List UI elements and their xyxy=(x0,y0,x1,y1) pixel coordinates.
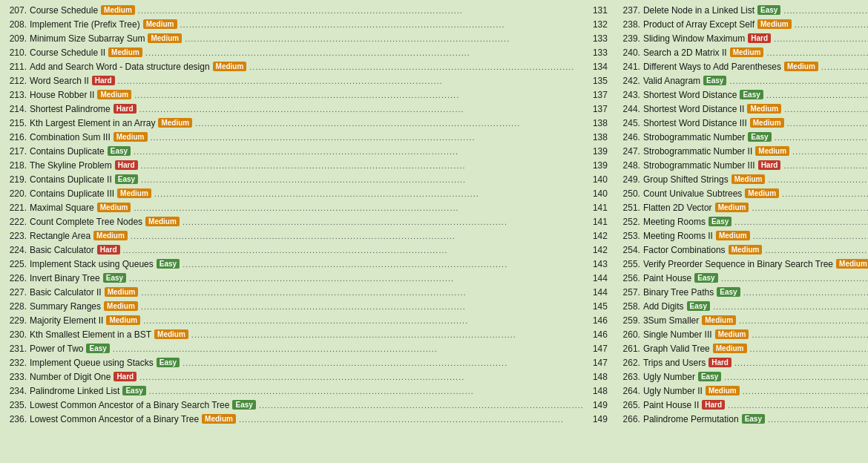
item-number: 238. xyxy=(619,19,643,30)
item-title: Paint House II xyxy=(643,400,699,410)
dot-leader: ........................................… xyxy=(134,203,583,212)
difficulty-badge: Medium xyxy=(106,315,140,325)
list-item: 257.Binary Tree PathsEasy...............… xyxy=(619,285,868,299)
item-number: 230. xyxy=(6,329,30,340)
list-item: 230.Kth Smallest Element in a BSTMedium.… xyxy=(6,327,608,341)
item-number: 216. xyxy=(6,132,30,142)
list-item: 262.Trips and UsersHard.................… xyxy=(619,355,868,370)
difficulty-badge: Easy xyxy=(157,358,180,367)
difficulty-badge: Medium xyxy=(114,132,148,142)
list-item: 241.Different Ways to Add ParenthesesMed… xyxy=(619,59,868,73)
item-number: 219. xyxy=(6,174,30,185)
dot-leader: ........................................… xyxy=(787,119,868,128)
difficulty-badge: Hard xyxy=(758,160,781,170)
item-number: 265. xyxy=(619,400,643,410)
list-item: 222.Count Complete Tree NodesMedium.....… xyxy=(6,214,608,229)
item-title: Count Univalue Subtrees xyxy=(643,188,742,199)
page-number: 139 xyxy=(587,160,608,171)
item-title: Lowest Common Ancestor of a Binary Searc… xyxy=(30,400,229,410)
item-title: Graph Valid Tree xyxy=(643,344,710,354)
main-container: 207.Course ScheduleMedium...............… xyxy=(0,0,868,429)
dot-leader: ........................................… xyxy=(739,316,868,325)
list-item: 213.House Robber IIMedium...............… xyxy=(6,88,608,102)
dot-leader: ........................................… xyxy=(134,91,584,99)
list-item: 225.Implement Stack using QueuesEasy....… xyxy=(6,257,608,271)
list-item: 220.Contains Duplicate IIIMedium........… xyxy=(6,186,608,200)
list-item: 250.Count Univalue SubtreesMedium.......… xyxy=(619,186,868,200)
page-number: 133 xyxy=(587,33,608,44)
list-item: 231.Power of TwoEasy....................… xyxy=(6,341,608,355)
difficulty-badge: Easy xyxy=(703,76,726,85)
item-title: House Robber II xyxy=(30,90,94,100)
dot-leader: ........................................… xyxy=(118,76,584,85)
item-title: Count Complete Tree Nodes xyxy=(30,217,142,227)
difficulty-badge: Medium xyxy=(104,301,138,311)
difficulty-badge: Medium xyxy=(93,231,128,240)
item-number: 239. xyxy=(619,33,643,44)
item-title: Flatten 2D Vector xyxy=(643,203,712,213)
dot-leader: ........................................… xyxy=(183,217,584,226)
item-number: 242. xyxy=(619,76,643,86)
difficulty-badge: Easy xyxy=(694,273,717,283)
dot-leader: ........................................… xyxy=(183,260,584,269)
list-item: 239.Sliding Window MaximumHard..........… xyxy=(619,31,868,45)
list-item: 255.Verify Preorder Sequence in Binary S… xyxy=(619,257,868,271)
page-number: 137 xyxy=(587,104,608,114)
difficulty-badge: Hard xyxy=(97,245,120,255)
page-number: 141 xyxy=(587,203,608,213)
dot-leader: ........................................… xyxy=(752,330,868,339)
dot-leader: ........................................… xyxy=(129,274,584,283)
difficulty-badge: Easy xyxy=(708,217,731,226)
item-number: 208. xyxy=(6,19,30,30)
item-number: 246. xyxy=(619,132,643,142)
dot-leader: ........................................… xyxy=(185,34,584,43)
item-title: Factor Combinations xyxy=(643,245,726,255)
item-title: Strobogrammatic Number II xyxy=(643,146,752,157)
item-title: Contains Duplicate II xyxy=(30,174,112,185)
item-title: Rectangle Area xyxy=(30,231,91,241)
item-number: 215. xyxy=(6,118,30,128)
item-title: Valid Anagram xyxy=(643,76,700,86)
dot-leader: ........................................… xyxy=(750,344,868,353)
item-number: 259. xyxy=(619,315,643,326)
dot-leader: ........................................… xyxy=(765,246,868,255)
list-item: 240.Search a 2D Matrix IIMedium.........… xyxy=(619,45,868,59)
difficulty-badge: Hard xyxy=(114,104,137,114)
item-number: 250. xyxy=(619,188,643,199)
difficulty-badge: Easy xyxy=(122,386,145,395)
difficulty-badge: Easy xyxy=(742,414,765,424)
item-title: Search a 2D Matrix II xyxy=(643,47,727,58)
item-number: 217. xyxy=(6,146,30,157)
item-title: Strobogrammatic Number xyxy=(643,132,745,142)
item-number: 234. xyxy=(6,386,30,396)
item-title: Number of Digit One xyxy=(30,372,111,382)
item-title: Power of Two xyxy=(30,344,83,354)
item-number: 243. xyxy=(619,90,643,100)
difficulty-badge: Easy xyxy=(748,132,771,142)
dot-leader: ........................................… xyxy=(768,175,868,184)
item-number: 227. xyxy=(6,287,30,298)
page-number: 131 xyxy=(587,5,608,16)
item-title: Invert Binary Tree xyxy=(30,273,100,283)
item-number: 222. xyxy=(6,217,30,227)
list-item: 242.Valid AnagramEasy...................… xyxy=(619,73,868,88)
item-number: 213. xyxy=(6,90,30,100)
list-item: 243.Shortest Word DistanceEasy..........… xyxy=(619,88,868,102)
item-number: 257. xyxy=(619,287,643,298)
dot-leader: ........................................… xyxy=(183,358,584,367)
list-item: 217.Contains DuplicateEasy..............… xyxy=(6,144,608,158)
item-number: 247. xyxy=(619,146,643,157)
item-title: Shortest Word Distance xyxy=(643,90,737,100)
item-number: 252. xyxy=(619,217,643,227)
difficulty-badge: Easy xyxy=(687,301,710,311)
item-number: 245. xyxy=(619,118,643,128)
dot-leader: ........................................… xyxy=(139,105,584,114)
item-number: 249. xyxy=(619,174,643,185)
difficulty-badge: Medium xyxy=(97,90,131,99)
list-item: 264.Ugly Number IIMedium................… xyxy=(619,384,868,398)
item-number: 260. xyxy=(619,329,643,340)
list-item: 236.Lowest Common Ancestor of a Binary T… xyxy=(6,412,608,426)
item-number: 223. xyxy=(6,231,30,241)
dot-leader: ........................................… xyxy=(821,62,868,71)
item-number: 220. xyxy=(6,188,30,199)
